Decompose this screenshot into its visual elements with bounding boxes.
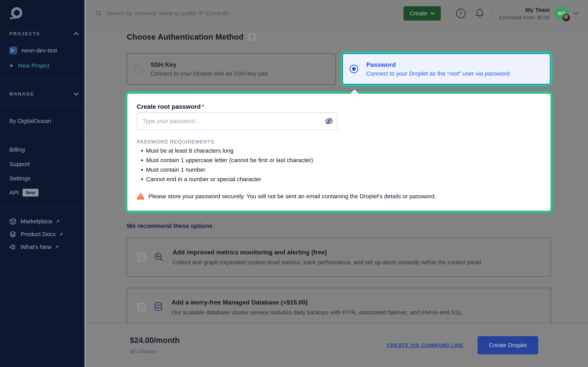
help-button[interactable]: ? — [456, 8, 466, 19]
new-project-button[interactable]: + New Project — [9, 62, 79, 69]
external-link-icon: ↗ — [59, 231, 63, 237]
checkout-footer: $24.00/month $0.036/hour CREATE VIA COMM… — [84, 323, 588, 367]
database-desc: Our scalable database cluster service in… — [172, 309, 464, 316]
search-input[interactable] — [105, 10, 269, 17]
requirement-item: Must contain 1 number — [146, 167, 313, 173]
search-icon — [95, 10, 102, 17]
root-password-label: Create root password* — [137, 103, 204, 110]
user-avatar — [562, 14, 570, 22]
sidebar-item-marketplace[interactable]: Marketplace ↗ — [9, 218, 79, 225]
digitalocean-logo[interactable] — [9, 7, 79, 21]
warning-triangle-icon — [137, 193, 145, 200]
docs-layers-icon — [9, 231, 16, 238]
eye-off-icon — [325, 117, 333, 126]
notifications-button[interactable] — [475, 8, 484, 19]
sidebar-item-support[interactable]: Support — [9, 161, 79, 167]
recommend-heading: We recommend these options — [127, 223, 212, 230]
digitalocean-logo-icon — [9, 7, 23, 21]
password-title: Password — [366, 61, 510, 68]
billing-label: Billing — [9, 146, 25, 153]
team-name: My Team — [499, 6, 550, 14]
monthly-price: $24.00/month — [130, 336, 180, 345]
main-area: Create ? My Team Estimated costs: $0.00 — [84, 0, 588, 367]
marketplace-label: Marketplace — [21, 218, 52, 225]
account-chevron-down-icon[interactable] — [574, 12, 579, 15]
metrics-monitoring-icon — [154, 252, 164, 262]
hourly-price: $0.036/hour — [130, 349, 180, 355]
sidebar-item-project[interactable]: neon-dev-test — [9, 47, 79, 54]
option-card-monitoring[interactable]: Add improved metrics monitoring and aler… — [127, 238, 551, 276]
price-block: $24.00/month $0.036/hour — [130, 336, 180, 355]
team-info: My Team Estimated costs: $0.00 — [499, 6, 550, 21]
root-password-input[interactable] — [137, 112, 337, 130]
heading-help-badge[interactable]: ? — [248, 33, 256, 41]
auth-option-ssh-key[interactable]: SSH Key Connect to your Droplet with an … — [127, 53, 336, 85]
topbar-divider — [491, 8, 492, 19]
project-name: neon-dev-test — [21, 47, 57, 54]
password-form-panel: Create root password* PASSWORD REQUIREME… — [127, 93, 551, 211]
plus-icon: + — [9, 62, 13, 69]
monitoring-title: Add improved metrics monitoring and aler… — [173, 249, 483, 256]
create-button-label: Create — [410, 10, 427, 17]
bell-icon — [475, 8, 484, 19]
whats-new-label: What's New — [21, 244, 52, 250]
password-requirements-list: Must be at least 8 characters long Must … — [139, 147, 313, 185]
ssh-key-radio[interactable] — [134, 65, 142, 73]
auth-option-password[interactable]: Password Connect to your Droplet as the … — [342, 53, 551, 85]
sidebar-item-whats-new[interactable]: What's New ↗ — [9, 243, 79, 250]
content-scroll-area[interactable]: Choose Authentication Method ? SSH Key C… — [84, 27, 588, 323]
help-icon: ? — [456, 8, 466, 19]
estimated-costs: Estimated costs: $0.00 — [499, 14, 550, 21]
password-warning-text: Please store your password securely. You… — [148, 193, 436, 200]
sidebar-item-settings[interactable]: Settings — [9, 175, 79, 182]
sidebar-divider — [0, 133, 84, 134]
account-menu[interactable]: MT — [554, 6, 570, 21]
sidebar-item-billing[interactable]: Billing — [9, 146, 79, 153]
password-warning: Please store your password securely. You… — [137, 193, 436, 200]
create-droplet-button[interactable]: Create Droplet — [477, 336, 538, 354]
requirement-item: Must be at least 8 characters long — [146, 147, 313, 154]
sidebar-divider — [0, 106, 84, 106]
marketplace-box-icon — [9, 218, 16, 225]
monitoring-checkbox[interactable] — [137, 253, 146, 261]
sidebar-item-product-docs[interactable]: Product Docs ↗ — [9, 231, 79, 238]
requirement-item: Cannot end in a number or special charac… — [146, 176, 313, 183]
megaphone-icon — [9, 243, 16, 250]
monitoring-desc: Collect and graph expanded system-level … — [173, 259, 483, 266]
by-digitalocean-label: By DigitalOcean — [9, 118, 51, 124]
create-via-command-line-link[interactable]: CREATE VIA COMMAND LINE — [387, 342, 464, 348]
api-label: API — [9, 189, 19, 196]
root-password-label-text: Create root password — [137, 103, 201, 110]
sidebar-item-by-digitalocean[interactable]: By DigitalOcean — [9, 118, 79, 124]
toggle-password-visibility-button[interactable] — [325, 117, 333, 126]
projects-section-header[interactable]: PROJECTS — [9, 31, 79, 36]
support-label: Support — [9, 161, 30, 167]
database-icon — [154, 302, 163, 313]
product-docs-label: Product Docs — [21, 231, 56, 237]
global-search[interactable] — [95, 10, 404, 17]
svg-text:?: ? — [459, 10, 462, 16]
chevron-down-icon — [430, 12, 435, 15]
new-project-label: New Project — [18, 62, 50, 69]
required-asterisk: * — [202, 103, 204, 110]
sidebar-item-api[interactable]: API New — [9, 189, 79, 197]
chevron-down-icon — [73, 92, 79, 96]
sidebar: PROJECTS neon-dev-test + New Project MAN… — [0, 0, 84, 367]
content-left-edge — [84, 0, 86, 367]
ssh-key-title: SSH Key — [150, 61, 268, 68]
password-radio[interactable] — [350, 65, 358, 73]
api-new-badge: New — [23, 189, 38, 197]
password-desc: Connect to your Droplet as the “root” us… — [366, 70, 510, 77]
option-card-managed-database[interactable]: Add a worry-free Managed Database (+$15.… — [127, 288, 551, 323]
external-link-icon: ↗ — [55, 244, 59, 250]
digitalocean-create-droplet-page: PROJECTS neon-dev-test + New Project MAN… — [0, 0, 588, 367]
sidebar-divider — [0, 79, 84, 80]
password-requirements-title: PASSWORD REQUIREMENTS — [137, 139, 215, 145]
manage-section-header[interactable]: MANAGE — [9, 91, 79, 97]
create-button[interactable]: Create — [404, 6, 441, 21]
requirement-item: Must contain 1 uppercase letter (cannot … — [146, 157, 313, 164]
ssh-key-desc: Connect to your Droplet with an SSH key … — [150, 70, 268, 77]
database-checkbox[interactable] — [137, 303, 146, 311]
chevron-up-icon — [73, 32, 79, 35]
external-link-icon: ↗ — [55, 218, 60, 225]
